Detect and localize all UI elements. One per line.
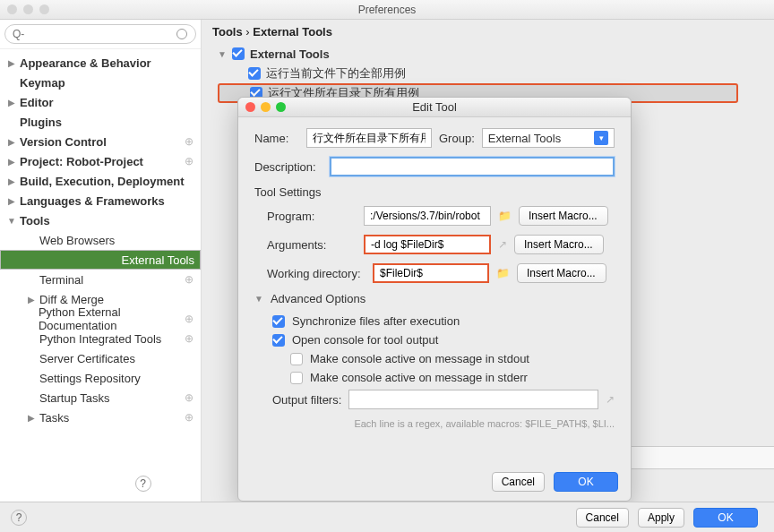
- advanced-options-label[interactable]: Advanced Options: [271, 292, 366, 305]
- sidebar-item-label: Plugins: [20, 116, 62, 129]
- checkbox-icon[interactable]: [290, 372, 303, 384]
- output-filters-label: Output filters:: [272, 393, 341, 407]
- gear-icon: ⊕: [185, 313, 194, 325]
- dialog-min-icon[interactable]: [261, 102, 271, 112]
- sidebar-item[interactable]: Terminal⊕: [0, 270, 201, 289]
- sidebar-item[interactable]: ▶Appearance & Behavior: [0, 53, 201, 73]
- sidebar-item[interactable]: Plugins: [0, 112, 201, 132]
- wd-label: Working directory:: [267, 267, 366, 280]
- arguments-input[interactable]: [364, 235, 491, 254]
- insert-macro-button[interactable]: Insert Macro...: [517, 263, 606, 283]
- sidebar-item-label: External Tools: [122, 253, 194, 267]
- expand-icon[interactable]: ↗: [606, 393, 615, 406]
- disclosure-triangle-icon: ▶: [7, 98, 16, 107]
- sidebar-item-label: Python Integrated Tools: [39, 332, 161, 346]
- sidebar-item[interactable]: ▶Languages & Frameworks: [0, 191, 201, 210]
- cancel-button[interactable]: Cancel: [576, 508, 629, 528]
- group-select[interactable]: External Tools ▾: [482, 128, 615, 148]
- preferences-footer: ? Cancel Apply OK: [0, 502, 774, 532]
- stdout-label: Make console active on message in stdout: [310, 352, 529, 365]
- tool-settings-label: Tool Settings: [254, 185, 615, 199]
- group-label: Group:: [439, 132, 475, 145]
- window-title: Preferences: [358, 4, 417, 16]
- checkbox-icon[interactable]: [232, 47, 245, 60]
- external-tools-tree: ▼ External Tools 运行当前文件下的全部用例 运行文件所在目录下所…: [202, 44, 774, 103]
- settings-tree: ▶Appearance & BehaviorKeymap▶EditorPlugi…: [0, 49, 201, 503]
- checkbox-icon[interactable]: [272, 334, 285, 347]
- sidebar-item[interactable]: ▼Tools: [0, 210, 201, 230]
- disclosure-triangle-icon: ▶: [27, 295, 36, 305]
- checkbox-icon[interactable]: [290, 353, 303, 365]
- sidebar-item-label: Web Browsers: [39, 234, 115, 247]
- insert-macro-button[interactable]: Insert Macro...: [514, 235, 604, 254]
- max-dot[interactable]: [39, 4, 49, 14]
- sidebar-item-label: Appearance & Behavior: [20, 56, 151, 70]
- gear-icon: ⊕: [185, 273, 194, 286]
- name-input[interactable]: [306, 128, 432, 148]
- folder-icon[interactable]: 📁: [496, 267, 510, 279]
- description-label: Description:: [254, 160, 322, 174]
- gear-icon: ⊕: [185, 135, 194, 148]
- output-filters-input[interactable]: [348, 390, 598, 409]
- sidebar-item-label: Python External Documentation: [39, 305, 185, 332]
- dialog-close-icon[interactable]: [245, 102, 255, 112]
- gear-icon: ⊕: [185, 391, 194, 404]
- dialog-ok-button[interactable]: OK: [554, 472, 618, 492]
- chevron-down-icon: ▾: [594, 131, 608, 145]
- insert-macro-button[interactable]: Insert Macro...: [519, 206, 608, 226]
- disclosure-triangle-icon: ▶: [7, 196, 16, 206]
- breadcrumb: Tools › External Tools: [202, 20, 774, 44]
- sidebar-item[interactable]: ▶Version Control⊕: [0, 132, 201, 151]
- stderr-label: Make console active on message in stderr: [310, 371, 528, 384]
- checkbox-icon[interactable]: [272, 315, 285, 328]
- hint-text: Each line is a regex, available macros: …: [254, 418, 615, 429]
- disclosure-triangle-icon: ▼: [7, 216, 16, 226]
- dialog-max-icon[interactable]: [276, 102, 286, 112]
- sidebar-item-label: Server Certificates: [39, 352, 135, 365]
- description-input[interactable]: [330, 157, 615, 176]
- sidebar-item[interactable]: ▶Tasks⊕: [0, 408, 201, 427]
- sidebar-item[interactable]: ▶Build, Execution, Deployment: [0, 171, 201, 191]
- ok-button[interactable]: OK: [693, 508, 758, 528]
- sidebar-item-label: Keymap: [20, 76, 65, 90]
- sidebar-item-label: Tools: [20, 214, 50, 227]
- titlebar: Preferences: [0, 0, 774, 20]
- gear-icon: ⊕: [185, 411, 194, 424]
- close-dot[interactable]: [7, 4, 17, 14]
- sidebar-item[interactable]: ▶Editor: [0, 92, 201, 112]
- min-dot[interactable]: [23, 4, 33, 14]
- sidebar-item[interactable]: Python External Documentation⊕: [0, 309, 201, 329]
- dialog-title: Edit Tool: [412, 100, 457, 114]
- disclosure-triangle-icon: ▶: [27, 413, 36, 423]
- program-input[interactable]: [364, 206, 491, 226]
- apply-button[interactable]: Apply: [638, 508, 684, 528]
- sidebar-item[interactable]: Startup Tasks⊕: [0, 388, 201, 408]
- folder-icon[interactable]: 📁: [498, 210, 512, 222]
- disclosure-triangle-icon: ▶: [7, 58, 16, 68]
- dialog-titlebar: Edit Tool: [238, 98, 631, 117]
- sidebar-item-label: Settings Repository: [39, 372, 141, 385]
- sidebar-item[interactable]: Settings Repository: [0, 368, 201, 388]
- sidebar-item[interactable]: Server Certificates: [0, 348, 201, 368]
- sidebar-item[interactable]: External Tools: [0, 250, 201, 270]
- search-input[interactable]: [4, 24, 196, 44]
- help-button[interactable]: ?: [135, 476, 151, 492]
- dialog-cancel-button[interactable]: Cancel: [492, 472, 545, 492]
- wd-input[interactable]: [373, 263, 489, 283]
- expand-icon[interactable]: ↗: [498, 238, 507, 251]
- sidebar-item[interactable]: Keymap: [0, 73, 201, 92]
- sidebar-item-label: Tasks: [39, 411, 69, 425]
- sidebar-item[interactable]: Web Browsers: [0, 230, 201, 250]
- edit-tool-dialog: Edit Tool Name: Group: External Tools ▾ …: [237, 97, 632, 502]
- sidebar-item-label: Diff & Merge: [39, 293, 104, 306]
- disclosure-triangle-icon: ▶: [7, 157, 16, 167]
- search-area: [0, 20, 201, 49]
- sidebar-item-label: Version Control: [20, 135, 107, 149]
- ext-tool-item[interactable]: 运行当前文件下的全部用例: [218, 64, 774, 83]
- ext-tools-root[interactable]: ▼ External Tools: [218, 44, 774, 64]
- gear-icon: ⊕: [185, 155, 194, 167]
- sidebar-item-label: Terminal: [39, 273, 83, 287]
- sidebar-item[interactable]: ▶Project: Robot-Project⊕: [0, 151, 201, 171]
- checkbox-icon[interactable]: [248, 67, 261, 80]
- help-button[interactable]: ?: [11, 510, 27, 526]
